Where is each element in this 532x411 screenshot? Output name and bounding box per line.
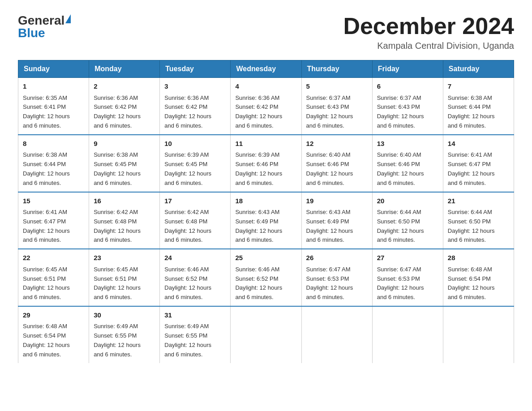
calendar-body: 1 Sunrise: 6:35 AMSunset: 6:41 PMDayligh…: [18, 78, 514, 363]
day-info: Sunrise: 6:39 AMSunset: 6:45 PMDaylight:…: [164, 151, 211, 186]
calendar-cell: 6 Sunrise: 6:37 AMSunset: 6:43 PMDayligh…: [372, 78, 443, 135]
day-info: Sunrise: 6:47 AMSunset: 6:53 PMDaylight:…: [306, 266, 353, 300]
day-number: 1: [23, 81, 84, 92]
calendar-cell: 27 Sunrise: 6:47 AMSunset: 6:53 PMDaylig…: [372, 249, 443, 306]
calendar-cell: 21 Sunrise: 6:44 AMSunset: 6:50 PMDaylig…: [443, 192, 514, 249]
day-number: 5: [306, 81, 368, 92]
calendar-cell: 14 Sunrise: 6:41 AMSunset: 6:47 PMDaylig…: [443, 135, 514, 192]
day-number: 10: [164, 139, 226, 149]
day-number: 13: [377, 139, 438, 149]
calendar-cell: 10 Sunrise: 6:39 AMSunset: 6:45 PMDaylig…: [160, 135, 231, 192]
day-info: Sunrise: 6:46 AMSunset: 6:52 PMDaylight:…: [235, 266, 282, 300]
calendar-cell: 25 Sunrise: 6:46 AMSunset: 6:52 PMDaylig…: [231, 249, 301, 306]
day-info: Sunrise: 6:42 AMSunset: 6:48 PMDaylight:…: [94, 209, 141, 243]
day-info: Sunrise: 6:42 AMSunset: 6:48 PMDaylight:…: [164, 209, 211, 243]
calendar-cell: 12 Sunrise: 6:40 AMSunset: 6:46 PMDaylig…: [301, 135, 372, 192]
day-info: Sunrise: 6:44 AMSunset: 6:50 PMDaylight:…: [377, 209, 424, 243]
day-number: 9: [94, 139, 155, 149]
day-number: 23: [94, 253, 155, 263]
weekday-header-saturday: Saturday: [443, 60, 514, 78]
weekday-header-monday: Monday: [89, 60, 160, 78]
calendar-cell: 29 Sunrise: 6:48 AMSunset: 6:54 PMDaylig…: [18, 306, 89, 363]
calendar-cell: 24 Sunrise: 6:46 AMSunset: 6:52 PMDaylig…: [160, 249, 231, 306]
calendar-cell: 23 Sunrise: 6:45 AMSunset: 6:51 PMDaylig…: [89, 249, 160, 306]
day-info: Sunrise: 6:48 AMSunset: 6:54 PMDaylight:…: [23, 323, 70, 357]
calendar-cell: 28 Sunrise: 6:48 AMSunset: 6:54 PMDaylig…: [443, 249, 514, 306]
day-number: 22: [23, 253, 84, 263]
calendar-cell: 13 Sunrise: 6:40 AMSunset: 6:46 PMDaylig…: [372, 135, 443, 192]
calendar-cell: 20 Sunrise: 6:44 AMSunset: 6:50 PMDaylig…: [372, 192, 443, 249]
week-row-3: 15 Sunrise: 6:41 AMSunset: 6:47 PMDaylig…: [18, 192, 514, 249]
calendar-cell: 22 Sunrise: 6:45 AMSunset: 6:51 PMDaylig…: [18, 249, 89, 306]
day-number: 31: [164, 310, 226, 321]
day-info: Sunrise: 6:44 AMSunset: 6:50 PMDaylight:…: [448, 209, 495, 243]
day-number: 27: [377, 253, 438, 263]
weekday-header-wednesday: Wednesday: [231, 60, 301, 78]
day-number: 30: [94, 310, 155, 321]
calendar-cell: 3 Sunrise: 6:36 AMSunset: 6:42 PMDayligh…: [160, 78, 231, 135]
day-info: Sunrise: 6:37 AMSunset: 6:43 PMDaylight:…: [377, 94, 424, 129]
day-info: Sunrise: 6:36 AMSunset: 6:42 PMDaylight:…: [94, 94, 141, 129]
day-info: Sunrise: 6:41 AMSunset: 6:47 PMDaylight:…: [448, 151, 495, 186]
day-number: 17: [164, 196, 226, 206]
day-number: 3: [164, 81, 226, 92]
week-row-5: 29 Sunrise: 6:48 AMSunset: 6:54 PMDaylig…: [18, 306, 514, 363]
calendar-cell: 16 Sunrise: 6:42 AMSunset: 6:48 PMDaylig…: [89, 192, 160, 249]
calendar-cell: [231, 306, 301, 363]
calendar-cell: 15 Sunrise: 6:41 AMSunset: 6:47 PMDaylig…: [18, 192, 89, 249]
day-number: 26: [306, 253, 368, 263]
calendar-cell: 9 Sunrise: 6:38 AMSunset: 6:45 PMDayligh…: [89, 135, 160, 192]
day-number: 6: [377, 81, 438, 92]
day-number: 15: [23, 196, 84, 206]
weekday-header-row: SundayMondayTuesdayWednesdayThursdayFrid…: [18, 60, 514, 78]
day-info: Sunrise: 6:38 AMSunset: 6:44 PMDaylight:…: [448, 94, 495, 129]
day-info: Sunrise: 6:36 AMSunset: 6:42 PMDaylight:…: [164, 94, 211, 129]
day-number: 18: [235, 196, 296, 206]
calendar-cell: 1 Sunrise: 6:35 AMSunset: 6:41 PMDayligh…: [18, 78, 89, 135]
calendar-cell: 31 Sunrise: 6:49 AMSunset: 6:55 PMDaylig…: [160, 306, 231, 363]
day-number: 19: [306, 196, 368, 206]
day-number: 2: [94, 81, 155, 92]
day-info: Sunrise: 6:38 AMSunset: 6:45 PMDaylight:…: [94, 151, 141, 186]
calendar-cell: 30 Sunrise: 6:49 AMSunset: 6:55 PMDaylig…: [89, 306, 160, 363]
day-info: Sunrise: 6:40 AMSunset: 6:46 PMDaylight:…: [306, 151, 353, 186]
day-info: Sunrise: 6:43 AMSunset: 6:49 PMDaylight:…: [306, 209, 353, 243]
weekday-header-friday: Friday: [372, 60, 443, 78]
logo-triangle-icon: [65, 14, 71, 23]
day-number: 16: [94, 196, 155, 206]
calendar-cell: 18 Sunrise: 6:43 AMSunset: 6:49 PMDaylig…: [231, 192, 301, 249]
day-number: 4: [235, 81, 296, 92]
day-info: Sunrise: 6:48 AMSunset: 6:54 PMDaylight:…: [448, 266, 495, 300]
weekday-header-sunday: Sunday: [18, 60, 89, 78]
day-info: Sunrise: 6:36 AMSunset: 6:42 PMDaylight:…: [235, 94, 282, 129]
week-row-2: 8 Sunrise: 6:38 AMSunset: 6:44 PMDayligh…: [18, 135, 514, 192]
day-info: Sunrise: 6:38 AMSunset: 6:44 PMDaylight:…: [23, 151, 70, 186]
calendar-cell: 26 Sunrise: 6:47 AMSunset: 6:53 PMDaylig…: [301, 249, 372, 306]
calendar-cell: 2 Sunrise: 6:36 AMSunset: 6:42 PMDayligh…: [89, 78, 160, 135]
week-row-1: 1 Sunrise: 6:35 AMSunset: 6:41 PMDayligh…: [18, 78, 514, 135]
day-number: 7: [448, 81, 509, 92]
day-info: Sunrise: 6:40 AMSunset: 6:46 PMDaylight:…: [377, 151, 424, 186]
title-area: December 2024 Kampala Central Division, …: [343, 13, 514, 51]
day-number: 11: [235, 139, 296, 149]
week-row-4: 22 Sunrise: 6:45 AMSunset: 6:51 PMDaylig…: [18, 249, 514, 306]
calendar-cell: 7 Sunrise: 6:38 AMSunset: 6:44 PMDayligh…: [443, 78, 514, 135]
day-info: Sunrise: 6:35 AMSunset: 6:41 PMDaylight:…: [23, 94, 70, 129]
month-title: December 2024: [343, 13, 514, 39]
day-info: Sunrise: 6:41 AMSunset: 6:47 PMDaylight:…: [23, 209, 70, 243]
day-info: Sunrise: 6:45 AMSunset: 6:51 PMDaylight:…: [23, 266, 70, 300]
day-number: 12: [306, 139, 368, 149]
calendar-cell: 4 Sunrise: 6:36 AMSunset: 6:42 PMDayligh…: [231, 78, 301, 135]
day-number: 29: [23, 310, 84, 321]
day-info: Sunrise: 6:49 AMSunset: 6:55 PMDaylight:…: [164, 323, 211, 357]
day-info: Sunrise: 6:37 AMSunset: 6:43 PMDaylight:…: [306, 94, 353, 129]
calendar-cell: 17 Sunrise: 6:42 AMSunset: 6:48 PMDaylig…: [160, 192, 231, 249]
day-info: Sunrise: 6:46 AMSunset: 6:52 PMDaylight:…: [164, 266, 211, 300]
day-info: Sunrise: 6:47 AMSunset: 6:53 PMDaylight:…: [377, 266, 424, 300]
logo: General Blue: [18, 13, 71, 40]
calendar-cell: [443, 306, 514, 363]
calendar-cell: 19 Sunrise: 6:43 AMSunset: 6:49 PMDaylig…: [301, 192, 372, 249]
location-title: Kampala Central Division, Uganda: [343, 41, 514, 51]
weekday-header-tuesday: Tuesday: [160, 60, 231, 78]
day-number: 24: [164, 253, 226, 263]
